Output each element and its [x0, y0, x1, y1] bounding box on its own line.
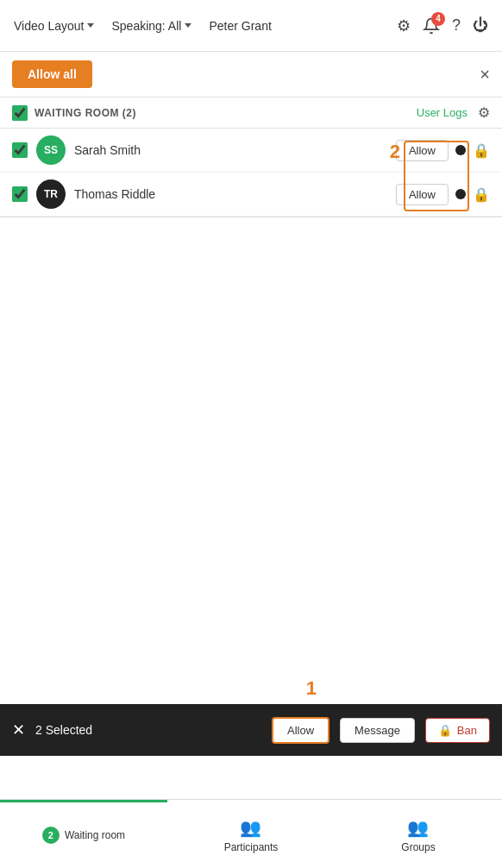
- sarah-initials: SS: [44, 144, 58, 156]
- close-panel-button[interactable]: ×: [480, 65, 490, 85]
- help-icon: ?: [452, 16, 461, 35]
- selection-message-button[interactable]: Message: [340, 718, 415, 743]
- sarah-allow-label: Allow: [409, 144, 436, 157]
- main-content-area: [0, 293, 502, 704]
- groups-tab-content: 👥 Groups: [401, 817, 435, 853]
- thomas-lock-icon: 🔒: [473, 186, 490, 203]
- bottom-nav: 2 Waiting room 👥 Participants 👥 Groups: [0, 799, 502, 868]
- selection-allow-button[interactable]: Allow: [272, 717, 329, 744]
- groups-tab-label: Groups: [401, 841, 435, 853]
- waiting-room-checkbox[interactable]: [12, 105, 28, 121]
- thomas-checkbox[interactable]: [12, 186, 28, 202]
- notifications-button[interactable]: 4: [423, 17, 440, 35]
- selection-ban-label: Ban: [457, 724, 477, 737]
- thomas-actions: Allow 🔒: [396, 184, 490, 205]
- waiting-room-tab-content: 2 Waiting room: [42, 827, 125, 844]
- settings-icon: ⚙: [397, 16, 411, 35]
- top-bar-left: Video Layout Speaking: All Peter Grant: [14, 19, 272, 33]
- top-bar-right: ⚙ 4 ? ⏻: [397, 16, 488, 35]
- close-icon: ×: [480, 65, 490, 84]
- thomas-initials: TR: [44, 188, 58, 200]
- count-badge-1: 1: [306, 677, 317, 700]
- participants-tab-label: Participants: [224, 841, 279, 853]
- thomas-mic-icon: [455, 189, 466, 199]
- count-badge-2: 2: [390, 141, 400, 163]
- sarah-allow-button[interactable]: Allow: [396, 140, 449, 161]
- power-icon: ⏻: [473, 16, 488, 35]
- waiting-room-gear-icon[interactable]: ⚙: [478, 104, 490, 121]
- top-bar: Video Layout Speaking: All Peter Grant ⚙…: [0, 0, 502, 52]
- selection-bar: ✕ 2 Selected Allow Message 🔒 Ban: [0, 704, 502, 756]
- ban-lock-icon: 🔒: [438, 724, 452, 737]
- sarah-name: Sarah Smith: [74, 143, 387, 157]
- participants-icon: 👥: [240, 817, 261, 838]
- selection-message-label: Message: [355, 724, 400, 737]
- selection-allow-label: Allow: [287, 724, 314, 737]
- thomas-name: Thomas Riddle: [74, 187, 387, 201]
- deselect-button[interactable]: ✕: [12, 720, 25, 739]
- notification-badge: 4: [431, 12, 445, 26]
- waiting-room-right: User Logs ⚙: [417, 104, 490, 121]
- selected-count-text: 2 Selected: [35, 723, 261, 737]
- waiting-room-title: WAITING ROOM (2): [35, 107, 136, 119]
- settings-button[interactable]: ⚙: [397, 16, 411, 35]
- video-layout-chevron-icon: [87, 23, 94, 28]
- tab-waiting-room[interactable]: 2 Waiting room: [0, 800, 167, 868]
- user-name: Peter Grant: [209, 19, 271, 33]
- spacer: [0, 756, 502, 799]
- sarah-avatar: SS: [36, 135, 66, 165]
- help-button[interactable]: ?: [452, 16, 461, 35]
- thomas-allow-label: Allow: [409, 188, 436, 201]
- speaking-chevron-icon: [185, 23, 191, 28]
- waiting-room-nav-badge: 2: [42, 827, 60, 844]
- allow-all-label: Allow all: [28, 67, 77, 81]
- close-selection-icon: ✕: [12, 721, 25, 739]
- tab-participants[interactable]: 👥 Participants: [167, 800, 335, 868]
- groups-icon: 👥: [407, 817, 429, 838]
- waiting-room-label-area: WAITING ROOM (2): [12, 105, 136, 121]
- sarah-lock-icon: 🔒: [473, 142, 490, 159]
- waiting-room-panel: Allow all × WAITING ROOM (2) User Logs ⚙…: [0, 52, 502, 217]
- tab-groups[interactable]: 👥 Groups: [335, 800, 502, 868]
- user-logs-link[interactable]: User Logs: [417, 106, 467, 119]
- participant-row-thomas: TR Thomas Riddle Allow 🔒: [0, 173, 502, 217]
- power-button[interactable]: ⏻: [473, 16, 488, 35]
- sarah-checkbox[interactable]: [12, 142, 28, 158]
- thomas-allow-button[interactable]: Allow: [396, 184, 449, 205]
- participants-tab-content: 👥 Participants: [224, 817, 279, 853]
- participant-row-sarah: SS Sarah Smith Allow 🔒: [0, 129, 502, 173]
- video-layout-label: Video Layout: [14, 19, 84, 33]
- selection-ban-button[interactable]: 🔒 Ban: [425, 718, 490, 743]
- sarah-actions: Allow 🔒: [396, 140, 490, 161]
- thomas-avatar: TR: [36, 179, 66, 209]
- video-layout-dropdown[interactable]: Video Layout: [14, 19, 94, 33]
- waiting-room-tab-label: Waiting room: [65, 829, 125, 841]
- sarah-mic-icon: [455, 145, 466, 155]
- speaking-label: Speaking: All: [111, 19, 181, 33]
- allow-all-button[interactable]: Allow all: [12, 60, 92, 88]
- allow-all-bar: Allow all ×: [0, 52, 502, 97]
- speaking-dropdown[interactable]: Speaking: All: [111, 19, 191, 33]
- waiting-room-header: WAITING ROOM (2) User Logs ⚙: [0, 97, 502, 129]
